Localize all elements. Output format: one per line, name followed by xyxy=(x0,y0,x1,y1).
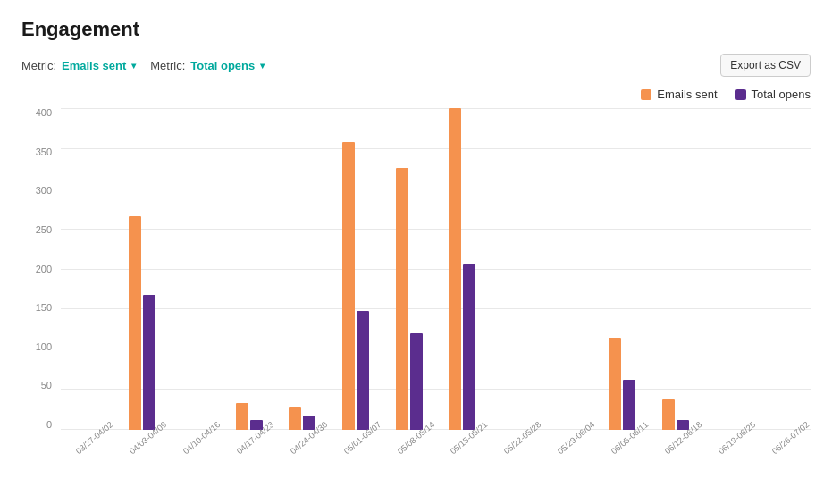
y-axis: 050100150200250300350400 xyxy=(21,108,57,430)
bar-emails-sent xyxy=(129,216,141,430)
page-title: Engagement xyxy=(21,18,811,41)
y-axis-label: 0 xyxy=(21,420,57,430)
metric2-chevron-icon: ▾ xyxy=(260,61,265,71)
x-axis: 03/27-04/0204/03-04/0904/10-04/1604/17-0… xyxy=(61,430,811,457)
bar-group xyxy=(382,168,436,430)
bar-emails-sent xyxy=(236,403,248,430)
metric1-dropdown[interactable]: Emails sent ▾ xyxy=(62,59,136,72)
metric2-selector: Metric: Total opens ▾ xyxy=(150,59,265,72)
legend-emails-sent: Emails sent xyxy=(641,88,717,101)
controls-row: Metric: Emails sent ▾ Metric: Total open… xyxy=(21,54,811,77)
chart-legend: Emails sent Total opens xyxy=(21,88,811,101)
bar-emails-sent xyxy=(609,338,621,430)
metric2-dropdown[interactable]: Total opens ▾ xyxy=(190,59,265,72)
legend-total-opens-label: Total opens xyxy=(752,88,811,101)
bar-total-opens xyxy=(143,295,155,430)
bar-emails-sent xyxy=(289,407,301,430)
y-axis-label: 150 xyxy=(21,303,57,313)
bar-emails-sent xyxy=(342,142,355,430)
metric1-value: Emails sent xyxy=(62,59,126,72)
bar-total-opens xyxy=(410,333,423,430)
legend-total-opens: Total opens xyxy=(735,88,811,101)
y-axis-label: 100 xyxy=(21,342,57,352)
y-axis-label: 350 xyxy=(21,147,57,157)
bar-emails-sent xyxy=(449,108,461,430)
controls-left: Metric: Emails sent ▾ Metric: Total open… xyxy=(21,59,265,72)
bars-container xyxy=(61,108,811,430)
y-axis-label: 250 xyxy=(21,225,57,235)
bar-group xyxy=(435,108,489,430)
emails-sent-swatch xyxy=(641,89,651,100)
metric2-label: Metric: xyxy=(150,59,185,72)
export-csv-button[interactable]: Export as CSV xyxy=(720,54,811,77)
bar-total-opens xyxy=(357,311,369,430)
metric1-chevron-icon: ▾ xyxy=(131,61,136,71)
metric2-value: Total opens xyxy=(190,59,255,72)
legend-emails-sent-label: Emails sent xyxy=(657,88,717,101)
y-axis-label: 50 xyxy=(21,381,57,391)
bar-group xyxy=(116,216,170,430)
bar-emails-sent xyxy=(396,168,408,430)
metric1-label: Metric: xyxy=(21,59,56,72)
y-axis-label: 300 xyxy=(21,186,57,196)
metric1-selector: Metric: Emails sent ▾ xyxy=(21,59,136,72)
total-opens-swatch xyxy=(735,89,746,100)
bar-total-opens xyxy=(463,264,475,430)
bar-emails-sent xyxy=(662,399,675,430)
y-axis-label: 400 xyxy=(21,108,57,118)
bar-group xyxy=(329,142,382,430)
chart-inner xyxy=(61,108,811,430)
y-axis-label: 200 xyxy=(21,265,57,274)
chart-area: 050100150200250300350400 03/27-04/0204/0… xyxy=(21,108,811,457)
